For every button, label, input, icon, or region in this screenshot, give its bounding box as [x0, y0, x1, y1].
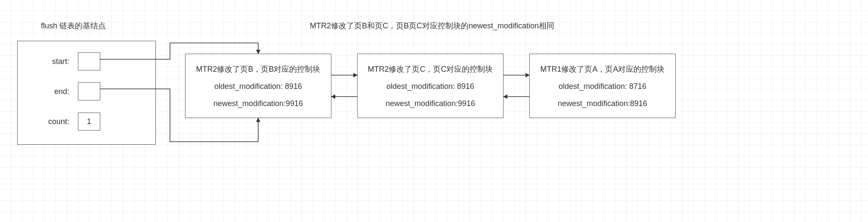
base-row-count: count: 1 [18, 111, 155, 132]
node-page-a: MTR1修改了页A，页A对应的控制块 oldest_modification: … [529, 54, 676, 118]
node-a-title: MTR1修改了页A，页A对应的控制块 [540, 64, 664, 74]
node-page-c: MTR2修改了页C，页C对应的控制块 oldest_modification: … [357, 54, 504, 118]
title-right: MTR2修改了页B和页C，页B页C对应控制块的newest_modificati… [310, 21, 554, 31]
node-b-newest: newest_modification:9916 [213, 99, 303, 108]
node-a-oldest: oldest_modification: 8716 [559, 82, 646, 91]
title-left: flush 链表的基结点 [41, 21, 106, 31]
node-c-oldest: oldest_modification: 8916 [386, 82, 474, 91]
node-a-newest: newest_modification:8916 [558, 99, 647, 108]
node-b-title: MTR2修改了页B，页B对应的控制块 [196, 64, 320, 74]
base-end-label: end: [18, 87, 78, 96]
node-c-newest: newest_modification:9916 [386, 99, 475, 108]
base-row-end: end: [18, 81, 155, 102]
base-count-value: 1 [78, 113, 100, 131]
base-count-label: count: [18, 117, 78, 126]
node-page-b: MTR2修改了页B，页B对应的控制块 oldest_modification: … [185, 54, 331, 118]
base-node-box: start: end: count: 1 [17, 41, 156, 145]
node-b-oldest: oldest_modification: 8916 [214, 82, 302, 91]
diagram-canvas: flush 链表的基结点 MTR2修改了页B和页C，页B页C对应控制块的newe… [0, 0, 868, 222]
base-start-label: start: [18, 57, 78, 66]
base-start-box [78, 52, 100, 70]
node-c-title: MTR2修改了页C，页C对应的控制块 [368, 64, 493, 74]
base-end-box [78, 82, 100, 100]
base-row-start: start: [18, 51, 155, 72]
